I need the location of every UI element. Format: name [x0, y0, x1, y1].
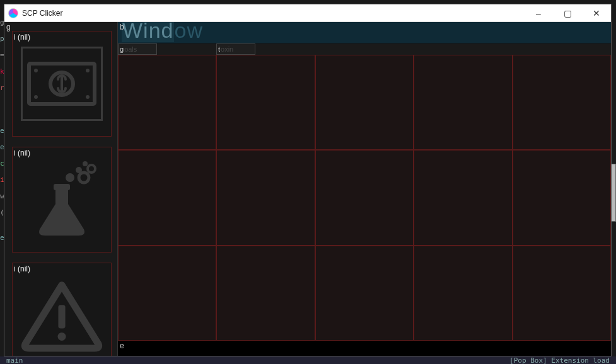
- sidebar-item-label: i (nil): [14, 264, 30, 273]
- svg-point-10: [79, 173, 89, 183]
- grid-cell[interactable]: [118, 55, 216, 150]
- app-body: g i (nil): [4, 22, 611, 356]
- scp-grid: [118, 55, 611, 341]
- grid-cell[interactable]: [414, 150, 512, 245]
- tab-prefix: g: [120, 45, 124, 53]
- app-icon: [8, 8, 18, 18]
- minimize-button[interactable]: –: [524, 4, 553, 22]
- sidebar-item-money[interactable]: i (nil): [12, 31, 112, 137]
- grid-cell[interactable]: [118, 150, 216, 245]
- sidebar-item-warning[interactable]: i (nil): [12, 263, 112, 356]
- grid-cell[interactable]: [414, 246, 512, 341]
- grid-cell[interactable]: [315, 246, 414, 341]
- window-controls: – ▢ ✕: [524, 4, 611, 22]
- svg-point-4: [34, 95, 38, 99]
- sidebar-item-label: i (nil): [14, 33, 30, 42]
- sidebar-item-flask[interactable]: i (nil): [12, 147, 112, 253]
- main-area: b Window goals toxin e: [118, 22, 611, 356]
- window-title: SCP Clicker: [22, 9, 62, 18]
- svg-point-7: [66, 173, 74, 182]
- sidebar-items: i (nil) i (nil): [12, 31, 112, 356]
- svg-point-13: [58, 333, 66, 341]
- header-text-rest: ow: [174, 22, 202, 42]
- sidebar-item-inner: [21, 47, 103, 121]
- sidebar: g i (nil): [4, 22, 118, 356]
- grid-cell[interactable]: [216, 150, 315, 245]
- flask-icon: [21, 159, 103, 241]
- grid-cell[interactable]: [118, 246, 216, 341]
- money-icon: [27, 62, 96, 106]
- editor-status-left: main: [6, 356, 23, 365]
- svg-rect-6: [54, 184, 70, 190]
- tab-rest: oxin: [221, 45, 233, 53]
- grid-cell[interactable]: [315, 55, 414, 150]
- minimize-icon: –: [536, 8, 541, 18]
- svg-point-9: [83, 161, 88, 166]
- editor-status-right: [Pop Box] Extension load: [509, 356, 610, 365]
- header-text-selected: Wind: [122, 22, 174, 42]
- grid-cell[interactable]: [414, 55, 512, 150]
- titlebar-left: SCP Clicker: [8, 8, 62, 18]
- titlebar[interactable]: SCP Clicker – ▢ ✕: [4, 4, 611, 22]
- maximize-icon: ▢: [564, 8, 572, 18]
- footer-corner-char: e: [118, 341, 126, 351]
- warning-icon: [21, 278, 103, 353]
- svg-point-3: [86, 69, 90, 72]
- tabs-row: goals toxin: [118, 43, 611, 55]
- svg-point-5: [86, 95, 90, 99]
- header-window-text: Window: [122, 22, 203, 43]
- grid-cell[interactable]: [216, 246, 315, 341]
- maximize-button[interactable]: ▢: [553, 4, 582, 22]
- sidebar-item-label: i (nil): [14, 149, 30, 157]
- close-button[interactable]: ✕: [582, 4, 611, 22]
- svg-rect-12: [58, 305, 65, 328]
- editor-statusbar: main [Pop Box] Extension load: [0, 356, 616, 364]
- main-corner-char: b: [118, 22, 126, 32]
- grid-cell[interactable]: [513, 55, 611, 150]
- header-band: Window: [118, 22, 611, 43]
- tab-rest: oals: [124, 45, 137, 53]
- grid-cell[interactable]: [513, 246, 611, 341]
- grid-cell[interactable]: [216, 55, 315, 150]
- svg-point-2: [34, 69, 38, 72]
- sidebar-corner-char: g: [4, 22, 13, 32]
- footer-band: e: [118, 341, 611, 356]
- app-window: SCP Clicker – ▢ ✕ g i (nil): [4, 4, 612, 356]
- sidebar-item-inner: [21, 278, 103, 353]
- grid-cell[interactable]: [315, 150, 414, 245]
- tab-toxin[interactable]: toxin: [216, 43, 255, 55]
- grid-area: [118, 55, 611, 341]
- close-icon: ✕: [593, 8, 600, 18]
- tab-prefix: t: [218, 45, 220, 53]
- sidebar-item-inner: [21, 162, 103, 237]
- grid-cell[interactable]: [513, 150, 611, 245]
- svg-point-11: [88, 165, 95, 173]
- tab-goals[interactable]: goals: [118, 43, 157, 55]
